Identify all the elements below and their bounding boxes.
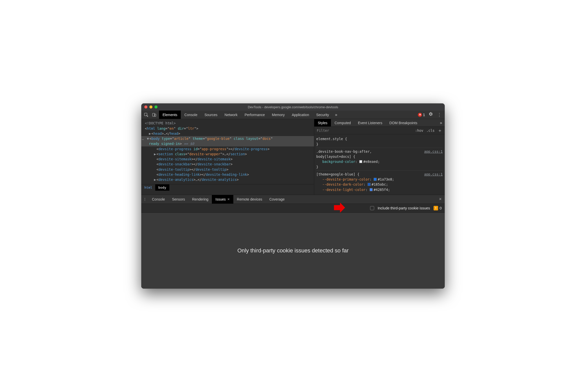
tab-overflow[interactable]: » [332,111,340,119]
drawer-menu-icon[interactable]: ⋮ [141,195,148,204]
css-rules[interactable]: element.style { } app.css:1 .devsite-boo… [314,134,445,195]
drawer: ⋮ Console Sensors Rendering Issues ✕ Rem… [141,195,445,289]
expand-triangle-icon[interactable]: ▶ [149,131,151,136]
more-menu-icon[interactable]: ⋮ [437,112,442,118]
styles-panel: Styles Computed Event Listeners DOM Brea… [314,119,445,195]
dom-line-child[interactable]: ▶<devsite-analytics>…</devsite-analytics… [143,177,312,182]
traffic-lights [144,105,157,108]
warning-icon: ! [434,206,438,210]
drawer-tab-console[interactable]: Console [148,195,168,204]
issues-empty-message: Only third-party cookie issues detected … [237,247,349,254]
dom-line-child[interactable]: <devsite-tooltip></devsite-tooltip> [143,167,312,172]
dom-line-head[interactable]: ▶<head>…</head> [143,131,312,136]
tab-application[interactable]: Application [288,111,313,119]
svg-marker-3 [334,203,345,213]
issues-count-badge[interactable]: ! 0 [434,206,442,210]
breadcrumb-body[interactable]: body [155,184,169,191]
annotation-arrow-icon [334,203,345,213]
tab-sources[interactable]: Sources [201,111,221,119]
main-tabbar: Elements Console Sources Network Perform… [141,111,445,119]
error-count: 1 [423,113,425,117]
drawer-tabs: ⋮ Console Sensors Rendering Issues ✕ Rem… [141,195,445,204]
hov-toggle[interactable]: :hov [415,128,423,133]
inspect-element-icon[interactable] [143,112,149,118]
styles-tabs: Styles Computed Event Listeners DOM Brea… [314,119,445,127]
main-tabs: Elements Console Sources Network Perform… [159,111,340,119]
dom-line-child[interactable]: ▶<section class="devsite-wrapper">…</sec… [143,151,312,157]
dom-line-doctype[interactable]: <!DOCTYPE html> [143,121,312,126]
rule-block[interactable]: app.css:1 [theme=google-blue] { --devsit… [316,171,443,193]
issues-count: 0 [440,206,442,210]
dom-tree[interactable]: <!DOCTYPE html> <html lang="en" dir="ltr… [141,119,314,184]
drawer-tab-coverage[interactable]: Coverage [266,195,288,204]
styles-tab-event-listeners[interactable]: Event Listeners [354,119,386,126]
dom-line-child[interactable]: <devsite-snackbar></devsite-snackbar> [143,162,312,167]
styles-filter-row: :hov .cls ＋ [314,127,445,134]
styles-tab-styles[interactable]: Styles [314,119,331,126]
breadcrumb-html[interactable]: html [141,184,155,191]
dom-line-body-cont[interactable]: ready signed-in> == $0 [141,141,314,146]
issues-empty-state: Only third-party cookie issues detected … [141,213,445,289]
tab-security[interactable]: Security [313,111,333,119]
dom-line-child[interactable]: <devsite-heading-link></devsite-heading-… [143,172,312,177]
dom-line-html[interactable]: <html lang="en" dir="ltr"> [143,126,312,131]
rule-source-link[interactable]: app.css:1 [424,172,443,177]
window-title: DevTools - developers.google.com/web/too… [144,105,442,109]
titlebar: DevTools - developers.google.com/web/too… [141,103,445,111]
drawer-tab-sensors[interactable]: Sensors [168,195,188,204]
expand-triangle-icon[interactable]: ▶ [154,151,156,157]
dom-line-child[interactable]: <devsite-sitemask></devsite-sitemask> [143,157,312,162]
color-swatch[interactable] [370,188,373,191]
styles-filter-input[interactable] [316,127,415,134]
close-icon[interactable]: ✕ [227,198,230,201]
tab-console[interactable]: Console [181,111,201,119]
styles-tab-overflow[interactable]: » [437,119,445,126]
device-toolbar-icon[interactable] [151,112,157,118]
issues-toolbar: Include third-party cookie issues ! 0 [141,204,445,213]
new-style-rule-icon[interactable]: ＋ [438,127,442,134]
rule-block[interactable]: element.style { } [316,135,443,148]
dom-panel: <!DOCTYPE html> <html lang="en" dir="ltr… [141,119,314,195]
expand-triangle-icon[interactable]: ▶ [154,177,156,182]
color-swatch[interactable] [368,183,371,186]
tab-performance[interactable]: Performance [241,111,268,119]
drawer-tab-issues[interactable]: Issues ✕ [212,195,233,204]
rule-block[interactable]: app.css:1 .devsite-book-nav-bg:after, bo… [316,148,443,171]
error-badge[interactable]: ✕ 1 [418,113,425,117]
window-minimize-button[interactable] [149,105,152,108]
rule-source-link[interactable]: app.css:1 [424,149,443,154]
breadcrumb: html body [141,184,314,191]
include-third-party-checkbox[interactable] [370,206,374,210]
expand-triangle-icon[interactable]: ▼ [147,136,149,141]
tab-memory[interactable]: Memory [268,111,288,119]
cls-toggle[interactable]: .cls [426,128,435,133]
window-close-button[interactable] [144,105,147,108]
dom-line-body[interactable]: ▼<body type="article" theme="google-blue… [141,136,314,141]
settings-gear-icon[interactable] [429,112,433,118]
devtools-window: DevTools - developers.google.com/web/too… [141,103,445,289]
window-zoom-button[interactable] [154,105,157,108]
styles-tab-dom-breakpoints[interactable]: DOM Breakpoints [386,119,421,126]
panels-split: <!DOCTYPE html> <html lang="en" dir="ltr… [141,119,445,195]
drawer-tab-issues-label: Issues [215,197,226,201]
drawer-tab-rendering[interactable]: Rendering [189,195,212,204]
tab-elements[interactable]: Elements [159,111,181,119]
tab-network[interactable]: Network [221,111,241,119]
include-third-party-label: Include third-party cookie issues [378,206,430,210]
dom-line-child[interactable]: <devsite-progress id="app-progress"></de… [143,146,312,151]
error-icon: ✕ [418,113,422,117]
color-swatch[interactable] [359,160,362,163]
drawer-tab-remote-devices[interactable]: Remote devices [233,195,266,204]
styles-tab-computed[interactable]: Computed [331,119,354,126]
drawer-close-icon[interactable]: × [436,195,445,204]
color-swatch[interactable] [374,178,377,181]
